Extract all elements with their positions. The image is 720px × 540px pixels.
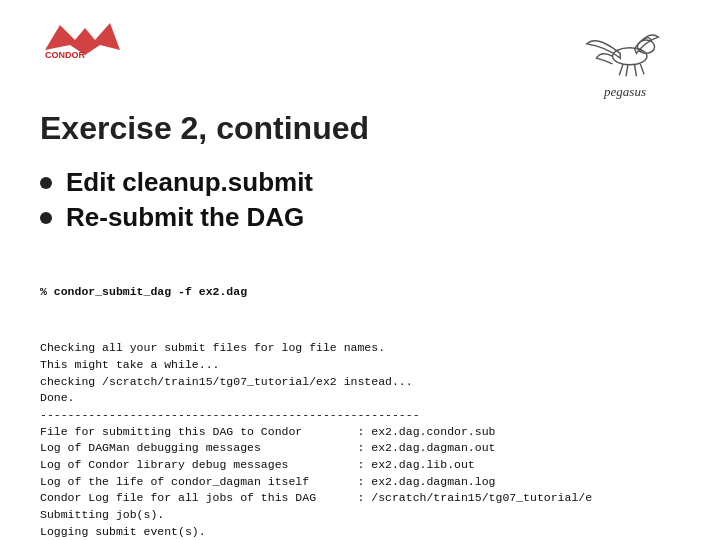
condor-logo: CONDOR High Throughput Computing [40, 20, 130, 60]
svg-line-7 [626, 65, 628, 76]
code-block: % condor_submit_dag -f ex2.dag Checking … [40, 251, 680, 540]
code-line: Condor Log file for all jobs of this DAG… [40, 490, 680, 507]
code-line: Logging submit event(s). [40, 524, 680, 540]
bullet-dot [40, 177, 52, 189]
code-command: % condor_submit_dag -f ex2.dag [40, 284, 680, 301]
code-line: Done. [40, 390, 680, 407]
code-line: File for submitting this DAG to Condor :… [40, 424, 680, 441]
svg-line-9 [640, 64, 644, 74]
code-output: Checking all your submit files for log f… [40, 340, 680, 540]
code-line: Submitting job(s). [40, 507, 680, 524]
bullet-list: Edit cleanup.submit Re-submit the DAG [40, 167, 680, 233]
top-bar: CONDOR High Throughput Computing [40, 20, 680, 100]
code-line: Log of Condor library debug messages : e… [40, 457, 680, 474]
svg-text:CONDOR: CONDOR [45, 50, 85, 60]
pegasus-logo: pegasus [570, 20, 680, 100]
page: CONDOR High Throughput Computing [0, 0, 720, 540]
bullet-dot [40, 212, 52, 224]
code-line: Checking all your submit files for log f… [40, 340, 680, 357]
list-item: Re-submit the DAG [40, 202, 680, 233]
code-line: This might take a while... [40, 357, 680, 374]
svg-line-6 [619, 64, 623, 75]
code-line: checking /scratch/train15/tg07_tutorial/… [40, 374, 680, 391]
page-title: Exercise 2, continued [40, 110, 680, 147]
bullet-item-2: Re-submit the DAG [66, 202, 304, 233]
list-item: Edit cleanup.submit [40, 167, 680, 198]
code-line: ----------------------------------------… [40, 407, 680, 424]
code-line: Log of DAGMan debugging messages : ex2.d… [40, 440, 680, 457]
code-line: Log of the life of condor_dagman itself … [40, 474, 680, 491]
svg-line-8 [635, 65, 637, 76]
bullet-item-1: Edit cleanup.submit [66, 167, 313, 198]
pegasus-label: pegasus [604, 84, 646, 100]
